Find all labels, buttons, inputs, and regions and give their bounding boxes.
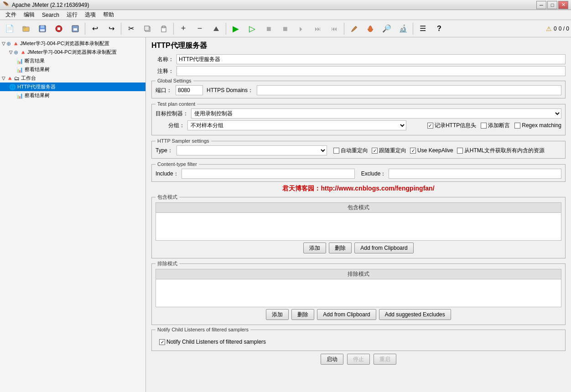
include-add-button[interactable]: 添加 — [303, 242, 326, 253]
checkbox-follow-redirect-label: 跟随重定向 — [379, 147, 406, 155]
panel-title: HTTP代理服务器 — [151, 41, 566, 51]
exclude-clipboard-button[interactable]: Add from Clipboard — [317, 309, 376, 320]
menu-help[interactable]: 帮助 — [99, 10, 118, 20]
notify-checkbox-label: Notify Child Listeners of filtered sampl… — [166, 339, 266, 345]
tree-item-6[interactable]: 🌐 HTTP代理服务器 — [0, 83, 145, 91]
toolbar-burn[interactable] — [363, 22, 378, 36]
toolbar-brush[interactable] — [346, 22, 362, 36]
checkbox-regex[interactable]: Regex matching — [514, 122, 561, 129]
tree-label-3: 断言结果 — [25, 57, 45, 64]
menu-search[interactable]: Search — [38, 10, 63, 20]
checkbox-follow-redirect-box[interactable]: ✓ — [372, 148, 378, 154]
comment-input[interactable] — [176, 66, 566, 76]
toolbar-undo[interactable]: ↩ — [87, 22, 103, 36]
content-type-row: Include： Exclude： — [156, 169, 561, 179]
toolbar-copy[interactable] — [140, 22, 155, 36]
checkbox-regex-box[interactable] — [514, 123, 520, 129]
toolbar-expand[interactable] — [208, 22, 224, 36]
start-button[interactable]: 启动 — [321, 354, 343, 365]
right-panel: HTTP代理服务器 名称： 注释： Global Settings 端口： HT… — [146, 37, 571, 392]
exclude-delete-button[interactable]: 删除 — [291, 309, 314, 320]
toolbar-zoom[interactable]: 🔬 — [395, 22, 411, 36]
tree-icon-1: ⊕ — [6, 41, 11, 47]
close-button[interactable]: ✕ — [558, 1, 568, 9]
tree-item-2[interactable]: ▽ ⊕ 🔺 JMeter学习-004-PC浏览器脚本录制配置 — [0, 48, 145, 57]
toolbar-add[interactable]: + — [176, 22, 191, 36]
toolbar-back[interactable]: ⏮ — [327, 22, 342, 36]
minimize-button[interactable]: ─ — [536, 1, 546, 9]
exclude-input[interactable] — [389, 169, 561, 179]
toolbar-run2[interactable]: ▷ — [244, 22, 260, 36]
name-input[interactable] — [176, 54, 566, 64]
svg-rect-1 — [23, 26, 26, 28]
exclude-suggest-button[interactable]: Add suggested Excludes — [379, 309, 451, 320]
tree-icon-3: 📊 — [16, 58, 23, 64]
toolbar-stop2[interactable]: ⏹ — [261, 22, 276, 36]
warning-count: 0 — [554, 26, 557, 32]
toolbar-status: ⚠ 0 0 / 0 — [546, 25, 569, 32]
menu-edit[interactable]: 编辑 — [20, 10, 38, 20]
target-select[interactable]: 使用录制控制器 — [191, 108, 561, 119]
toolbar-stop-rec[interactable] — [51, 22, 67, 36]
checkbox-record-http[interactable]: ✓ 记录HTTP信息头 — [427, 122, 476, 129]
checkbox-follow-redirect[interactable]: ✓ 跟随重定向 — [372, 147, 406, 155]
toolbar-forward[interactable]: ⏭ — [310, 22, 326, 36]
checkbox-add-assert[interactable]: 添加断言 — [481, 122, 510, 129]
https-input[interactable] — [257, 85, 561, 95]
group-select[interactable]: 不对样本分组 — [187, 120, 406, 130]
include-clipboard-button[interactable]: Add from Clipboard — [354, 242, 413, 253]
type-row: Type： 自动重定向 ✓ 跟随重定向 ✓ Use KeepAliv — [156, 145, 561, 155]
checkbox-auto-redirect[interactable]: 自动重定向 — [333, 147, 368, 155]
exclude-add-button[interactable]: 添加 — [266, 309, 289, 320]
toolbar-stop3[interactable]: ⏹ — [277, 22, 293, 36]
toolbar-cut[interactable]: ✂ — [123, 22, 139, 36]
include-input[interactable] — [182, 169, 355, 179]
toolbar-remove[interactable]: − — [192, 22, 208, 36]
include-patterns-legend: 包含模式 — [156, 194, 179, 201]
toolbar-search2[interactable]: 🔎 — [379, 22, 395, 36]
toolbar-sep6 — [413, 23, 413, 35]
tree-item-3[interactable]: 📊 断言结果 — [0, 57, 145, 65]
checkbox-fetch-resources-box[interactable] — [457, 148, 463, 154]
toolbar-record[interactable]: ⏵ — [294, 22, 309, 36]
maximize-button[interactable]: □ — [547, 1, 557, 9]
tree-item-5[interactable]: ▽ 🔺 🗂 工作台 — [0, 74, 145, 83]
tree-item-1[interactable]: ▽ ⊕ 🔺 JMeter学习-004-PC浏览器脚本录制配置 — [0, 39, 145, 48]
toolbar-save[interactable] — [35, 22, 50, 36]
target-row: 目标控制器： 使用录制控制器 — [156, 108, 561, 119]
title-bar: 🪶 Apache JMeter (2.12 r1636949) ─ □ ✕ — [0, 0, 571, 10]
checkbox-keepalive-box[interactable]: ✓ — [410, 148, 416, 154]
checkbox-keepalive[interactable]: ✓ Use KeepAlive — [410, 147, 453, 154]
notify-checkbox[interactable]: ✓ Notify Child Listeners of filtered sam… — [159, 339, 266, 345]
test-plan-checkboxes: ✓ 记录HTTP信息头 添加断言 Regex matching — [427, 122, 561, 129]
toolbar-open[interactable] — [18, 22, 34, 36]
http-sampler-legend: HTTP Sampler settings — [156, 138, 211, 144]
tree-item-7[interactable]: 📊 察看结果树 — [0, 91, 145, 100]
expand-icon-1: ▽ — [2, 41, 5, 46]
type-select[interactable] — [176, 145, 327, 155]
include-delete-button[interactable]: 删除 — [329, 242, 352, 253]
include-patterns-header: 包含模式 — [156, 203, 561, 213]
menu-run[interactable]: 运行 — [63, 10, 81, 20]
toolbar-paste[interactable] — [156, 22, 171, 36]
stop-button[interactable]: 停止 — [347, 354, 370, 365]
toolbar-help[interactable]: ? — [431, 22, 447, 36]
app-icon: 🪶 — [3, 1, 10, 9]
tree-item-4[interactable]: 📊 察看结果树 — [0, 65, 145, 74]
checkbox-auto-redirect-box[interactable] — [333, 148, 339, 154]
port-input[interactable] — [176, 85, 203, 95]
toolbar-new[interactable]: 📄 — [2, 22, 17, 36]
toolbar-redo[interactable]: ↪ — [104, 22, 119, 36]
global-settings-section: Global Settings 端口： HTTPS Domains： — [151, 78, 566, 98]
toolbar-save2[interactable] — [67, 22, 83, 36]
toolbar-run[interactable]: ▶ — [228, 22, 244, 36]
checkbox-fetch-resources[interactable]: 从HTML文件获取所有内含的资源 — [457, 147, 545, 155]
menu-file[interactable]: 文件 — [2, 10, 20, 20]
checkbox-add-assert-box[interactable] — [481, 123, 487, 129]
menu-options[interactable]: 选项 — [81, 10, 99, 20]
toolbar-list[interactable]: ☰ — [415, 22, 431, 36]
target-label: 目标控制器： — [156, 110, 191, 118]
notify-checkbox-box[interactable]: ✓ — [159, 339, 165, 345]
restart-button[interactable]: 重启 — [374, 354, 396, 365]
checkbox-record-http-box[interactable]: ✓ — [427, 123, 433, 129]
